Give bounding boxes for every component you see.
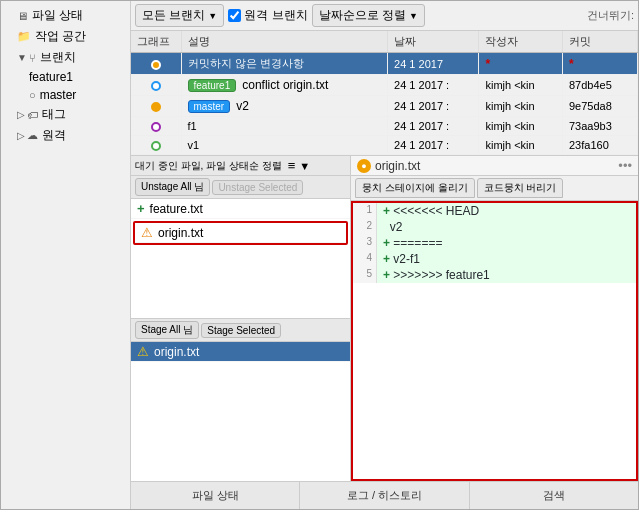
table-row[interactable]: f1 24 1 2017 : kimjh <kin 73aa9b3 [131, 117, 638, 136]
diff-panel: ● origin.txt ••• 뭉치 스테이지에 올리기 코드뭉치 버리기 1… [351, 156, 638, 481]
commit-desc: master v2 [181, 96, 388, 117]
commit-date: 24 1 2017 : [388, 136, 479, 155]
diff-tab-discard[interactable]: 코드뭉치 버리기 [477, 178, 564, 198]
workspace-icon: 📁 [17, 30, 31, 43]
commit-hash: * [563, 53, 638, 75]
graph-cell [131, 136, 181, 155]
sidebar-tags-label: 태그 [42, 106, 66, 123]
tags-arrow[interactable]: ▷ [17, 109, 25, 120]
staged-actions: Stage All 님 Stage Selected [131, 319, 350, 342]
sidebar-item-workspace[interactable]: 📁 작업 공간 [1, 26, 130, 47]
sidebar-item-branches[interactable]: ▼ ⑂ 브랜치 [1, 47, 130, 68]
list-item[interactable]: + feature.txt [131, 199, 350, 219]
branch-filter-btn[interactable]: 모든 브랜치 ▼ [135, 4, 224, 27]
sidebar-master-label: master [40, 88, 77, 102]
unstaged-panel: 대기 중인 파일, 파일 상태순 정렬 ≡ ▼ Unstage All 님 Un… [131, 156, 350, 319]
line-num: 3 [353, 235, 377, 251]
commit-desc: v1 [181, 136, 388, 155]
sort-btn[interactable]: 날짜순으로 정렬 ▼ [312, 4, 425, 27]
diff-content: 1 ++ <<<<<<< HEAD <<<<<<< HEAD 2 v2 3 + … [351, 201, 638, 481]
sidebar-branches-label: 브랜치 [40, 49, 76, 66]
commit-date: 24 1 2017 : [388, 96, 479, 117]
remote-branch-label: 원격 브랜치 [244, 7, 307, 24]
plus-marker: + [383, 204, 390, 218]
branch-icon: ⑂ [29, 52, 36, 64]
commit-desc-text: conflict origin.txt [242, 78, 328, 92]
sidebar-workspace-label: 작업 공간 [35, 28, 86, 45]
tab-search[interactable]: 검색 [470, 482, 638, 509]
stage-selected-btn[interactable]: Stage Selected [201, 323, 281, 338]
sidebar-item-file-status[interactable]: 🖥 파일 상태 [1, 5, 130, 26]
diff-more-icon[interactable]: ••• [618, 158, 632, 173]
staged-file-list: ⚠ origin.txt [131, 342, 350, 481]
commit-date: 24 1 2017 : [388, 75, 479, 96]
unstaged-file-list: + feature.txt ⚠ origin.txt [131, 199, 350, 318]
sidebar-item-master[interactable]: ○ master [1, 86, 130, 104]
table-row[interactable]: master v2 24 1 2017 : kimjh <kin 9e75da8 [131, 96, 638, 117]
graph-dot [151, 81, 161, 91]
diff-file-label: origin.txt [375, 159, 420, 173]
graph-cell [131, 53, 181, 75]
commit-date: 24 1 2017 : [388, 117, 479, 136]
plus-icon: + [137, 201, 145, 216]
unstage-selected-btn[interactable]: Unstage Selected [212, 180, 303, 195]
plus-marker: + [383, 268, 390, 282]
branches-arrow[interactable]: ▼ [17, 52, 27, 63]
line-num: 1 [353, 203, 377, 219]
table-row[interactable]: v1 24 1 2017 : kimjh <kin 23fa160 [131, 136, 638, 155]
diff-line: 1 ++ <<<<<<< HEAD <<<<<<< HEAD [353, 203, 636, 219]
commit-desc-text: v2 [236, 99, 249, 113]
sidebar-item-feature1[interactable]: feature1 [1, 68, 130, 86]
diff-tabs: 뭉치 스테이지에 올리기 코드뭉치 버리기 [351, 176, 638, 201]
line-content: + >>>>>>> feature1 [377, 267, 496, 283]
sidebar-item-tags[interactable]: ▷ 🏷 태그 [1, 104, 130, 125]
commit-author: * [479, 53, 563, 75]
commit-author: kimjh <kin [479, 136, 563, 155]
diff-toolbar: ● origin.txt ••• [351, 156, 638, 176]
tab-file-status[interactable]: 파일 상태 [131, 482, 300, 509]
unstaged-toolbar: 대기 중인 파일, 파일 상태순 정렬 ≡ ▼ [131, 156, 350, 176]
unstage-all-btn[interactable]: Unstage All 님 [135, 178, 210, 196]
commit-author: kimjh <kin [479, 75, 563, 96]
unstaged-down-icon[interactable]: ▼ [299, 160, 310, 172]
tab-log-history[interactable]: 로그 / 히스토리 [300, 482, 469, 509]
branch-tag-feature1: feature1 [188, 79, 237, 92]
line-content: v2 [377, 219, 408, 235]
warn-icon: ⚠ [137, 344, 149, 359]
col-description: 설명 [181, 31, 388, 53]
diff-tab-stage[interactable]: 뭉치 스테이지에 올리기 [355, 178, 475, 198]
unstaged-sort-label: 대기 중인 파일, 파일 상태순 정렬 [135, 159, 282, 173]
diff-filename: ● origin.txt [357, 159, 618, 173]
asterisk2: * [569, 57, 574, 71]
stage-all-btn[interactable]: Stage All 님 [135, 321, 199, 339]
file-name: origin.txt [154, 345, 199, 359]
col-graph: 그래프 [131, 31, 181, 53]
commit-author: kimjh <kin [479, 96, 563, 117]
sidebar-feature1-label: feature1 [29, 70, 73, 84]
circle-icon: ○ [29, 89, 36, 101]
main-content: 모든 브랜치 ▼ 원격 브랜치 날짜순으로 정렬 ▼ 건너뛰기: 그래프 설명 [131, 1, 638, 509]
plus-marker: + [383, 252, 390, 266]
table-row[interactable]: 커밋하지 않은 변경사항 24 1 2017 * * [131, 53, 638, 75]
sort-chevron: ▼ [409, 11, 418, 21]
list-item[interactable]: ⚠ origin.txt [135, 223, 346, 243]
list-item[interactable]: ⚠ origin.txt [131, 342, 350, 362]
line-content: ++ <<<<<<< HEAD <<<<<<< HEAD [377, 203, 485, 219]
remote-branch-check[interactable] [228, 9, 241, 22]
col-author: 작성자 [479, 31, 563, 53]
graph-cell [131, 117, 181, 136]
table-row[interactable]: feature1 conflict origin.txt 24 1 2017 :… [131, 75, 638, 96]
branch-tag-master: master [188, 100, 231, 113]
conflict-box: ⚠ origin.txt [133, 221, 348, 245]
graph-dot [151, 122, 161, 132]
line-content: + v2-f1 [377, 251, 426, 267]
bottom-tabs: 파일 상태 로그 / 히스토리 검색 [131, 481, 638, 509]
unstaged-menu-icon[interactable]: ≡ [288, 158, 296, 173]
tag-icon: 🏷 [27, 109, 38, 121]
sidebar-file-status-label: 파일 상태 [32, 7, 83, 24]
skip-label: 건너뛰기: [587, 8, 634, 23]
sidebar-item-remote[interactable]: ▷ ☁ 원격 [1, 125, 130, 146]
remote-arrow[interactable]: ▷ [17, 130, 25, 141]
commit-hash: 87db4e5 [563, 75, 638, 96]
monitor-icon: 🖥 [17, 10, 28, 22]
